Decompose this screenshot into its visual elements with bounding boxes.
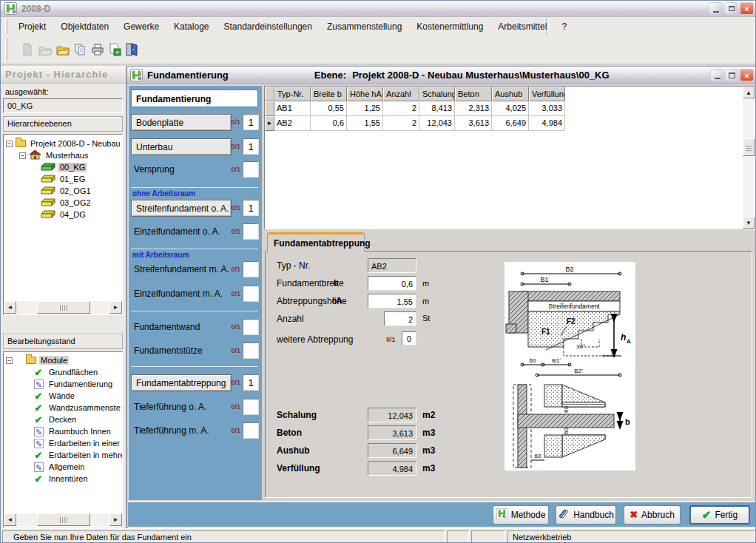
category-count-field[interactable] — [243, 399, 259, 415]
module-item[interactable]: ✔ Innentüren — [4, 473, 122, 485]
exit-door-icon[interactable] — [123, 40, 140, 59]
weitere-input[interactable]: 0 — [402, 331, 416, 345]
breite-input[interactable]: 0,6 — [368, 276, 416, 291]
category-button[interactable]: Streifenfundament o. A. — [131, 200, 232, 217]
scroll-left-icon[interactable]: ◄ — [4, 301, 16, 314]
scroll-left-icon[interactable]: ◄ — [4, 513, 16, 526]
category-count-field[interactable] — [243, 261, 259, 277]
category-count-field[interactable] — [243, 422, 259, 439]
project-tree-hscrollbar[interactable]: ◄ ► — [4, 301, 122, 314]
module-item[interactable]: ✎ Allgemein — [4, 461, 122, 473]
category-label[interactable]: Streifenfundament m. A. — [134, 264, 229, 274]
collapse-icon[interactable]: − — [19, 152, 26, 159]
menu-kostenermittlung[interactable]: Kostenermittlung — [409, 18, 490, 35]
fertig-button[interactable]: ✔ Fertig — [689, 505, 750, 525]
inner-minimize-button[interactable] — [710, 69, 724, 81]
menu-objektdaten[interactable]: Objektdaten — [53, 18, 116, 35]
menu-gewerke[interactable]: Gewerke — [116, 18, 166, 35]
table-row-selected[interactable]: ► AB2 0,6 1,55 2 12,043 3,613 6,649 4,98… — [265, 116, 743, 131]
module-item[interactable]: ✎ Raumbuch Innen — [4, 425, 122, 437]
anzahl-input[interactable]: 2 — [384, 311, 416, 326]
inner-close-button[interactable]: × — [740, 69, 754, 81]
abbruch-button[interactable]: ✖ Abbruch — [624, 505, 681, 525]
category-label[interactable]: Versprung — [134, 164, 175, 175]
column-header[interactable]: Typ-Nr. — [274, 87, 311, 101]
table-vscrollbar[interactable]: ▲ ▼ — [743, 87, 755, 229]
column-header[interactable]: Schalung — [419, 87, 455, 101]
menu-arbeitsmittel[interactable]: Arbeitsmittel — [490, 18, 554, 35]
scroll-up-icon[interactable]: ▲ — [743, 87, 755, 98]
category-label[interactable]: Tieferführung o. A. — [134, 402, 206, 412]
column-header[interactable]: Aushub — [492, 87, 529, 101]
tree-item-01eg[interactable]: 01_EG — [4, 173, 122, 185]
collapse-icon[interactable]: − — [6, 141, 13, 147]
copy-icon[interactable] — [71, 40, 88, 59]
category-count-field[interactable]: 1 — [243, 374, 259, 391]
scroll-down-icon[interactable]: ▼ — [743, 217, 755, 229]
category-button[interactable]: Bodenplatte — [131, 114, 232, 131]
module-item[interactable]: ✔ Grundflächen — [4, 366, 122, 378]
category-count-field[interactable] — [243, 343, 259, 359]
module-item[interactable]: ✎ Erdarbeiten in einer — [4, 437, 122, 449]
tree-item-project[interactable]: − Projekt 2008-D - Neubau — [4, 138, 122, 149]
print-icon[interactable] — [89, 40, 106, 59]
column-header[interactable]: Beton — [455, 87, 492, 101]
category-label[interactable]: Tieferführung m. A. — [134, 425, 209, 436]
menu-standardeinstellungen[interactable]: Standardeinstellungen — [216, 18, 319, 35]
tree-item-musterhaus[interactable]: − Musterhaus — [4, 149, 122, 161]
category-count-field[interactable] — [243, 161, 259, 178]
methode-button[interactable]: M Methode — [493, 505, 549, 525]
category-count-field[interactable]: 1 — [243, 200, 259, 216]
category-label[interactable]: Einzelfundament m. A. — [134, 289, 223, 299]
module-item[interactable]: ✔ Erdarbeiten in mehre — [4, 449, 122, 461]
tree-item-03og2[interactable]: 03_OG2 — [4, 197, 122, 209]
column-header[interactable]: Höhe hA — [347, 87, 383, 101]
scrollbar-thumb[interactable] — [37, 301, 90, 314]
tree-item-04dg[interactable]: 04_DG — [4, 209, 122, 220]
table-row[interactable]: AB1 0,55 1,25 2 8,413 2,313 4,025 3,033 — [265, 101, 743, 116]
inner-maximize-button[interactable] — [725, 69, 739, 81]
category-count-field[interactable] — [243, 223, 259, 240]
category-button[interactable]: Fundamentabtreppung — [131, 374, 232, 391]
category-count-field[interactable] — [243, 319, 259, 335]
column-header[interactable]: Verfüllung — [529, 87, 565, 101]
category-button[interactable]: Unterbau — [131, 138, 232, 155]
module-item[interactable]: ✔ Wandzusammenste — [4, 402, 122, 414]
module-item[interactable]: ✎ Fundamentierung — [4, 378, 122, 390]
category-count-field[interactable] — [243, 286, 259, 302]
column-header[interactable]: Anzahl — [383, 87, 419, 101]
collapse-icon[interactable]: − — [6, 357, 13, 364]
scroll-right-icon[interactable]: ► — [109, 301, 122, 314]
menu-help[interactable]: ? — [554, 18, 574, 35]
category-label[interactable]: Fundamentstütze — [134, 345, 203, 356]
close-button[interactable]: × — [740, 2, 754, 15]
module-item[interactable]: ✔ Decken — [4, 414, 122, 425]
tree-item-02og1[interactable]: 02_OG1 — [4, 185, 122, 197]
menu-projekt[interactable]: Projekt — [11, 18, 53, 35]
pencil-icon: ✎ — [34, 439, 44, 448]
folder-open-icon[interactable] — [54, 40, 71, 59]
category-count-field[interactable]: 1 — [243, 114, 259, 130]
tree-item-00kg[interactable]: 00_KG — [4, 161, 122, 173]
modules-tree-hscrollbar[interactable]: ◄ ► — [4, 513, 122, 526]
scroll-right-icon[interactable]: ► — [109, 513, 122, 526]
category-count-field[interactable]: 1 — [243, 138, 259, 155]
scrollbar-thumb[interactable] — [743, 138, 755, 156]
row-selector[interactable] — [265, 101, 274, 116]
column-header[interactable]: Breite b — [311, 87, 347, 101]
hoehe-input[interactable]: 1,55 — [368, 294, 416, 308]
restore-button[interactable] — [724, 2, 738, 15]
application-window: M 2008-D × Projekt Objektdaten Gewerke K… — [0, 0, 756, 543]
export-icon[interactable] — [106, 40, 123, 59]
minimize-button[interactable] — [709, 2, 723, 15]
tree-item-module[interactable]: − Module — [4, 354, 122, 366]
menu-zusammenstellung[interactable]: Zusammenstellung — [320, 18, 409, 35]
menu-kataloge[interactable]: Kataloge — [166, 18, 216, 35]
category-label[interactable]: Einzelfundament o. A. — [134, 226, 220, 237]
category-label[interactable]: Fundamentwand — [134, 322, 200, 332]
handbuch-button[interactable]: Handbuch — [556, 505, 616, 525]
module-item[interactable]: ✔ Wände — [4, 390, 122, 402]
scrollbar-thumb[interactable] — [37, 513, 90, 526]
row-pointer-icon[interactable]: ► — [265, 116, 274, 131]
tab-fundamentabtreppung[interactable]: Fundamentabtreppung — [267, 232, 365, 252]
